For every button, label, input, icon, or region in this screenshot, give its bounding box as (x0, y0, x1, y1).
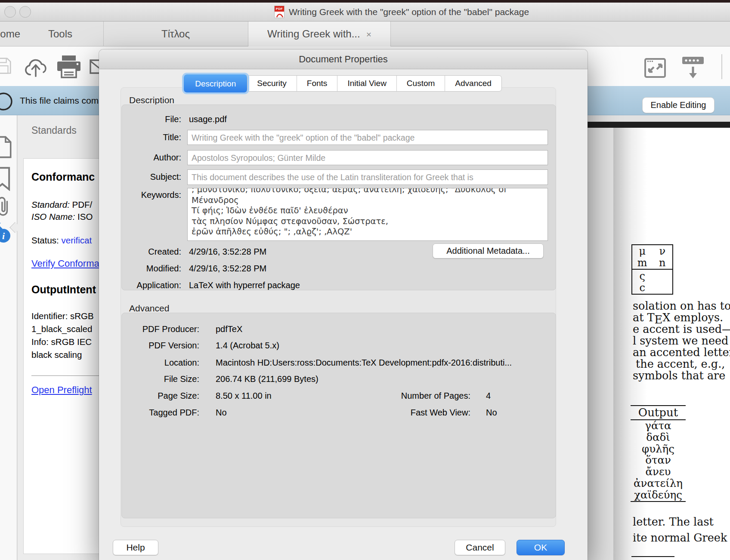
traffic-light-close[interactable] (4, 6, 16, 18)
greek-word: ἄνευ (631, 466, 686, 478)
transliteration-table: μνmn ςc (631, 244, 673, 295)
body-text-line: l system we need (633, 334, 728, 347)
tab-custom[interactable]: Custom (397, 76, 445, 91)
bookmarks-icon[interactable] (0, 167, 12, 191)
verify-conformance-link[interactable]: Verify Conforma (31, 258, 99, 269)
tab-document-active[interactable]: Writing Greek with...× (248, 22, 391, 46)
title-input[interactable]: Writing Greek with the "greek" option of… (187, 130, 548, 145)
output-intent-line: 1_black_scaled (31, 323, 99, 335)
subject-label: Subject: (122, 172, 181, 182)
window-title: Writing Greek with the "greek" option of… (289, 7, 529, 17)
standards-panel: Standards Conformanc Standard: PDF/ ISO … (18, 115, 99, 560)
conformance-heading: Conformanc (31, 171, 99, 183)
traffic-light-minimize[interactable] (19, 6, 31, 18)
advanced-group: PDF Producer: pdfTeX PDF Version: 1.4 (A… (121, 313, 556, 518)
standard-row: Standard: PDF/ (31, 200, 99, 210)
advanced-section-label: Advanced (129, 303, 169, 314)
number-of-pages-label: Number of Pages: (346, 391, 470, 401)
tab-document-titlos[interactable]: Τίτλος (104, 22, 247, 46)
output-table: Output γάτα δαδὶ φυλῆς ὅταν ἄνευ ἀνατείλ… (631, 405, 686, 502)
subject-input[interactable]: This document describes the use of the L… (187, 169, 548, 185)
author-input[interactable]: Apostolos Syropoulos; Günter Milde (187, 150, 548, 165)
body-text-line: letter. The last (633, 515, 714, 528)
notice-text: This file claims compli (20, 95, 108, 106)
greek-word: ἀνατείλη (631, 478, 686, 489)
file-size-value: 206.74 KB (211,699 Bytes) (216, 374, 319, 384)
expand-window-icon[interactable] (644, 56, 666, 78)
output-intent-line: Identifier: sRGB (31, 310, 99, 323)
page-size-value: 8.50 x 11.00 in (216, 391, 272, 401)
body-text-line: solation on has to (633, 299, 730, 312)
author-label: Author: (122, 153, 181, 163)
application-value: LaTeX with hyperref package (189, 280, 300, 290)
table-rule (631, 556, 674, 557)
page-thumbnails-icon[interactable] (0, 136, 13, 158)
panel-divider (31, 375, 99, 376)
modified-label: Modified: (122, 264, 181, 274)
output-table-header: Output (631, 406, 686, 419)
iso-name-row: ISO Name: ISO (31, 212, 99, 222)
close-tab-icon[interactable]: × (366, 29, 371, 39)
dialog-title: Document Properties (99, 49, 588, 69)
fast-web-view-label: Fast Web View: (346, 408, 470, 418)
pdf-version-label: PDF Version: (122, 341, 199, 351)
title-label: Title: (122, 132, 181, 142)
pdf-page: μνmn ςc solation on has to at TEX employ… (613, 128, 730, 560)
created-value: 4/29/16, 3:52:28 PM (189, 247, 266, 257)
number-of-pages-value: 4 (486, 391, 491, 401)
tab-advanced[interactable]: Advanced (445, 76, 501, 91)
application-label: Application: (122, 280, 181, 290)
document-properties-dialog: Document Properties Description Security… (99, 49, 588, 560)
body-text-line: at TEX employs. (633, 311, 723, 324)
output-intent-line: Info: sRGB IEC (31, 335, 99, 348)
greek-word: δαδὶ (631, 432, 686, 443)
help-button[interactable]: Help (113, 540, 158, 555)
active-tab-label: Writing Greek with... (267, 28, 360, 40)
location-label: Location: (122, 358, 199, 368)
tagged-pdf-value: No (216, 408, 227, 418)
greek-word: χαϊδεύης (631, 489, 686, 501)
cancel-button[interactable]: Cancel (455, 540, 505, 555)
pdf-version-value: 1.4 (Acrobat 5.x) (216, 341, 279, 351)
keywords-label: Keywords: (122, 190, 181, 200)
body-text-line: e accent is used— (633, 323, 730, 335)
save-icon[interactable] (0, 56, 13, 76)
pdf-file-icon: PDF (274, 6, 285, 18)
attachments-icon[interactable] (0, 195, 12, 218)
file-label: File: (122, 114, 181, 124)
enable-editing-button[interactable]: Enable Editing (642, 97, 715, 113)
tab-fonts[interactable]: Fonts (297, 76, 338, 91)
fast-web-view-value: No (486, 408, 497, 418)
body-text-line: ite normal Greek (633, 531, 727, 544)
output-intent-line: black scaling (31, 348, 99, 361)
window-title-group: PDF Writing Greek with the "greek" optio… (0, 6, 730, 18)
compliance-badge-icon (0, 92, 16, 111)
greek-word: φυλῆς (631, 443, 686, 455)
sidebar-icon-strip: i (0, 115, 17, 560)
tagged-pdf-label: Tagged PDF: (122, 408, 199, 418)
document-view-area[interactable]: μνmn ςc solation on has to at TEX employ… (588, 115, 730, 560)
email-icon[interactable] (90, 57, 100, 77)
print-icon[interactable] (56, 55, 82, 79)
document-pane-background (588, 122, 730, 128)
status-value-link[interactable]: verificat (62, 235, 92, 245)
description-section-label: Description (129, 95, 174, 105)
ok-button[interactable]: OK (517, 540, 565, 555)
cloud-upload-icon[interactable] (22, 53, 49, 80)
tab-description[interactable]: Description (184, 74, 247, 92)
page-size-label: Page Size: (122, 391, 199, 401)
toolbar-dock-icon[interactable] (680, 56, 706, 80)
status-row: Status: verificat (31, 235, 99, 246)
window-titlebar: PDF Writing Greek with the "greek" optio… (0, 3, 730, 22)
tab-tools[interactable]: Tools (48, 22, 72, 46)
tab-initial-view[interactable]: Initial View (337, 76, 396, 91)
greek-word: ὅταν (631, 455, 686, 466)
open-preflight-link[interactable]: Open Preflight (31, 385, 99, 396)
tab-security[interactable]: Security (247, 76, 297, 91)
keywords-input[interactable]: ; μονοτονικό; πολυτονικό; οξεία; αέρας; … (187, 188, 548, 241)
subject-clipped-line: defined in the LaTeX sources and the Bab… (188, 183, 548, 185)
additional-metadata-button[interactable]: Additional Metadata... (433, 243, 544, 258)
file-size-label: File Size: (122, 374, 199, 384)
location-value: Macintosh HD:Users:ross:Documents:TeX De… (216, 358, 512, 368)
tab-home[interactable]: Home (0, 22, 29, 46)
